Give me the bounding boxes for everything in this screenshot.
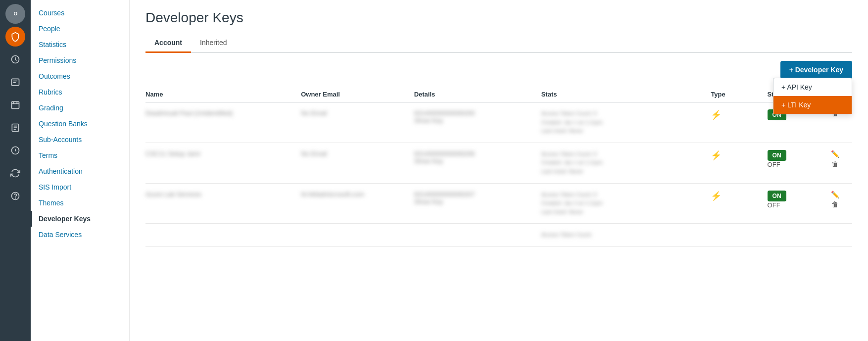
key-name-0: Deadrinuali Paul (Unidentified) xyxy=(145,102,301,143)
key-state-1: ON OFF xyxy=(768,143,824,183)
refresh-icon[interactable] xyxy=(5,163,25,183)
page-title: Developer Keys xyxy=(145,10,852,26)
key-stats-3: Access Token Count: xyxy=(541,224,711,247)
table-row: Deadrinuali Paul (Unidentified) No Email… xyxy=(145,102,852,143)
table-row: Azure Lab Services ht-hkfadmicrosoft.com… xyxy=(145,183,852,224)
key-email-3 xyxy=(301,224,414,247)
main-content: Developer Keys Account Inherited + Devel… xyxy=(130,0,868,341)
developer-keys-table: Name Owner Email Details Stats Type Stat… xyxy=(145,87,852,247)
svg-point-6 xyxy=(15,198,16,198)
key-details-1: 63140000000000206Show Key xyxy=(414,143,541,183)
key-stats-1: Access Token Count: 0Created: Jan 1 at 1… xyxy=(541,143,711,183)
sidebar-item-permissions[interactable]: Permissions xyxy=(31,52,129,68)
key-details-3 xyxy=(414,224,541,247)
plug-icon: ⚡ xyxy=(711,110,722,120)
key-stats-2: Access Token Count: 0Created: Jan 2 at 1… xyxy=(541,183,711,224)
report-icon[interactable] xyxy=(5,118,25,138)
sidebar-item-data-services[interactable]: Data Services xyxy=(31,227,129,243)
state-on-badge[interactable]: ON xyxy=(768,150,786,161)
sidebar: Courses People Statistics Permissions Ou… xyxy=(31,0,130,341)
sidebar-item-developer-keys[interactable]: Developer Keys xyxy=(31,211,129,227)
plug-icon: ⚡ xyxy=(711,150,722,160)
table-row: CSC11 Setup Jami No Email 63140000000000… xyxy=(145,143,852,183)
toolbar: + Developer Key + API Key + LTI Key xyxy=(130,53,868,87)
dropdown-menu: + API Key + LTI Key xyxy=(773,78,852,114)
page-header: Developer Keys xyxy=(130,0,868,34)
key-name-1: CSC11 Setup Jami xyxy=(145,143,301,183)
key-details-2: 63140000000000207Show Key xyxy=(414,183,541,224)
key-email-2: ht-hkfadmicrosoft.com xyxy=(301,183,414,224)
table-container: Name Owner Email Details Stats Type Stat… xyxy=(130,87,868,341)
question-icon[interactable] xyxy=(5,186,25,206)
key-state-2: ON OFF xyxy=(768,183,824,224)
key-email-0: No Email xyxy=(301,102,414,143)
icon-rail: ⚬ xyxy=(0,0,31,341)
delete-icon-2[interactable]: 🗑 xyxy=(831,200,838,208)
plug-icon: ⚡ xyxy=(711,191,722,201)
avatar-icon[interactable]: ⚬ xyxy=(5,4,25,24)
time-icon[interactable] xyxy=(5,141,25,160)
table-row: Access Token Count: xyxy=(145,224,852,247)
key-actions-1: ✏️ 🗑 xyxy=(824,143,852,183)
tabs: Account Inherited xyxy=(145,34,852,53)
key-stats-0: Access Token Count: 0Created: Jan 1 at 1… xyxy=(541,102,711,143)
edit-icon-2[interactable]: ✏️ xyxy=(831,191,839,198)
clock-icon[interactable] xyxy=(5,49,25,69)
sidebar-item-rubrics[interactable]: Rubrics xyxy=(31,84,129,100)
key-name-2: Azure Lab Services xyxy=(145,183,301,224)
key-email-1: No Email xyxy=(301,143,414,183)
key-actions-2: ✏️ 🗑 xyxy=(824,183,852,224)
key-details-0: 63140000000000200Show Key xyxy=(414,102,541,143)
state-off-label: OFF xyxy=(768,201,780,209)
key-name-3 xyxy=(145,224,301,247)
sidebar-item-sis-import[interactable]: SIS Import xyxy=(31,179,129,195)
dropdown-lti-key[interactable]: + LTI Key xyxy=(773,96,852,114)
delete-icon-1[interactable]: 🗑 xyxy=(831,160,838,168)
sidebar-item-terms[interactable]: Terms xyxy=(31,147,129,163)
sidebar-item-outcomes[interactable]: Outcomes xyxy=(31,68,129,84)
list-icon[interactable] xyxy=(5,72,25,92)
key-type-2: ⚡ xyxy=(711,183,767,224)
state-on-badge[interactable]: ON xyxy=(768,191,786,201)
calendar-icon[interactable] xyxy=(5,95,25,115)
sidebar-item-question-banks[interactable]: Question Banks xyxy=(31,116,129,132)
key-actions-3 xyxy=(824,224,852,247)
sidebar-item-authentication[interactable]: Authentication xyxy=(31,163,129,179)
col-details: Details xyxy=(414,87,541,102)
sidebar-item-statistics[interactable]: Statistics xyxy=(31,37,129,52)
shield-icon[interactable] xyxy=(5,27,25,47)
sidebar-item-sub-accounts[interactable]: Sub-Accounts xyxy=(31,132,129,147)
dropdown-api-key[interactable]: + API Key xyxy=(773,78,852,96)
key-type-3 xyxy=(711,224,767,247)
key-state-3 xyxy=(768,224,824,247)
tab-inherited[interactable]: Inherited xyxy=(191,34,236,53)
sidebar-item-grading[interactable]: Grading xyxy=(31,100,129,116)
add-developer-key-button[interactable]: + Developer Key xyxy=(780,61,852,79)
sidebar-item-themes[interactable]: Themes xyxy=(31,195,129,211)
key-type-0: ⚡ xyxy=(711,102,767,143)
col-name: Name xyxy=(145,87,301,102)
edit-icon-1[interactable]: ✏️ xyxy=(831,150,839,158)
svg-rect-2 xyxy=(12,101,19,108)
tab-account[interactable]: Account xyxy=(145,34,191,53)
sidebar-item-courses[interactable]: Courses xyxy=(31,5,129,21)
state-off-label: OFF xyxy=(768,161,780,168)
col-type: Type xyxy=(711,87,767,102)
key-type-1: ⚡ xyxy=(711,143,767,183)
col-stats: Stats xyxy=(541,87,711,102)
col-owner-email: Owner Email xyxy=(301,87,414,102)
sidebar-item-people[interactable]: People xyxy=(31,21,129,37)
